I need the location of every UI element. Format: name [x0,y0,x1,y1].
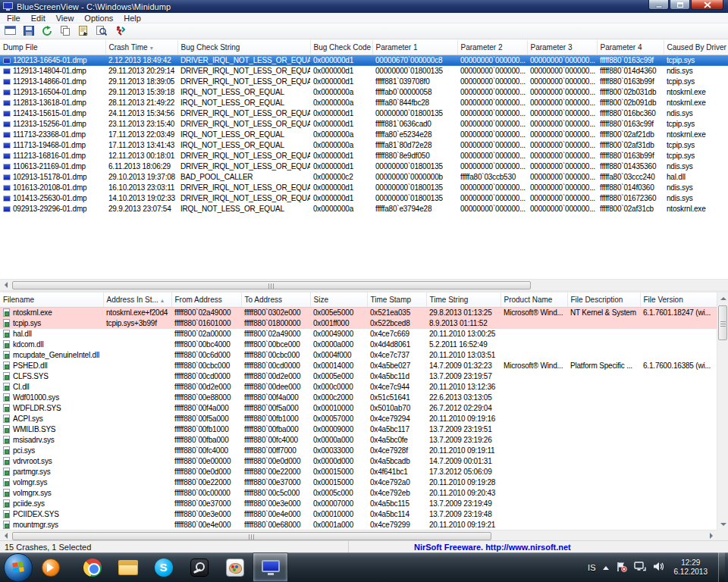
find-button[interactable] [93,24,109,39]
nirsoft-link[interactable]: NirSoft Freeware. http://www.nirsoft.net [414,543,571,552]
menu-item[interactable]: Help [118,14,146,23]
crash-dump-row[interactable]: 112313-15256-01.dmp 23.11.2013 23:15:40 … [0,119,728,130]
menu-item[interactable]: File [2,14,26,23]
show-desktop-button[interactable] [718,552,725,582]
driver-row[interactable]: tcpip.sys tcpip.sys+3b99f fffff880`01601… [0,318,717,329]
crash-dump-row[interactable]: 101413-25630-01.dmp 14.10.2013 19:02:33 … [0,193,728,204]
taskbar-item-steam[interactable] [181,552,217,582]
driver-row[interactable]: PCIIDEX.SYS fffff880`00e3e000 fffff880`0… [0,509,717,520]
crash-dump-row[interactable]: 120213-16645-01.dmp 2.12.2013 18:49:42 D… [0,55,728,66]
column-header[interactable]: Parameter 2 [457,40,527,55]
language-indicator[interactable]: IS [588,563,595,572]
column-header[interactable]: Bug Check String [177,40,310,55]
volume-icon[interactable] [653,562,664,573]
driver-row[interactable]: pciide.sys fffff880`00e37000 fffff880`00… [0,499,717,509]
crash-dump-row[interactable]: 112813-13618-01.dmp 28.11.2013 21:49:22 … [0,98,728,108]
taskbar-clock[interactable]: 12:29 6.12.2013 [670,559,712,577]
column-header[interactable]: Filename [0,293,103,307]
driver-table: FilenameAddress In St...▴From AddressTo … [0,293,717,530]
column-header[interactable]: Size [310,293,367,307]
scroll-up-arrow-icon[interactable] [717,293,728,304]
driver-row[interactable]: partmgr.sys fffff880`00e0d000 fffff880`0… [0,467,717,477]
driver-row[interactable]: msisadrv.sys fffff880`00fba000 fffff880`… [0,435,717,446]
crash-dump-row[interactable]: 111713-19468-01.dmp 17.11.2013 13:41:43 … [0,140,728,151]
driver-row[interactable]: PSHED.dll fffff880`00cbc000 fffff880`00c… [0,361,717,371]
driver-row[interactable]: volmgrx.sys fffff880`00c00000 fffff880`0… [0,488,717,499]
menu-item[interactable]: Edit [26,14,51,23]
column-header[interactable]: Product Name [500,293,567,307]
column-header[interactable]: Address In St...▴ [103,293,171,307]
column-header[interactable]: Bug Check Code [310,40,372,55]
driver-row[interactable]: mcupdate_GenuineIntel.dll fffff880`00c6d… [0,350,717,361]
crash-dump-row[interactable]: 112913-16504-01.dmp 29.11.2013 15:39:18 … [0,87,728,98]
driver-row[interactable]: ntoskrnl.exe ntoskrnl.exe+f20d4 fffff800… [0,307,717,318]
lower-vertical-scrollbar[interactable] [717,293,728,530]
driver-row[interactable]: WDFLDR.SYS fffff880`00f4a000 fffff880`00… [0,403,717,414]
driver-row[interactable]: pci.sys fffff880`00fc4000 fffff880`00ff7… [0,446,717,456]
minimize-button[interactable] [648,0,669,10]
close-button[interactable] [691,0,723,10]
lower-horizontal-scrollbar[interactable] [0,530,717,541]
upper-scroll-thumb[interactable] [12,281,531,289]
properties-button[interactable] [75,24,91,39]
column-header[interactable]: Crash Time▾ [105,40,177,55]
upper-horizontal-scrollbar[interactable] [0,279,728,290]
lower-scroll-thumb[interactable] [12,532,491,540]
column-header[interactable]: From Address [171,293,241,307]
column-header[interactable]: File Description [567,293,640,307]
column-header[interactable]: File Version [640,293,717,307]
save-button[interactable] [20,24,36,39]
driver-row[interactable]: kdcom.dll fffff800`00bc4000 fffff800`00b… [0,340,717,350]
menu-item[interactable]: View [51,14,80,23]
copy-button[interactable] [57,24,73,39]
driver-row[interactable]: WMILIB.SYS fffff880`00fb1000 fffff880`00… [0,424,717,435]
crash-dump-row[interactable]: 112413-15615-01.dmp 24.11.2013 15:34:56 … [0,108,728,119]
driver-row[interactable]: volmgr.sys fffff880`00e22000 fffff880`00… [0,477,717,488]
column-header[interactable]: Parameter 1 [372,40,457,55]
taskbar-item-explorer[interactable] [110,552,146,582]
crash-dump-row[interactable]: 110613-21169-01.dmp 6.11.2013 18:06:29 D… [0,161,728,172]
driver-row[interactable]: ACPI.sys fffff880`00f5a000 fffff880`00fb… [0,414,717,424]
crash-dump-row[interactable]: 092913-29296-01.dmp 29.9.2013 23:07:54 I… [0,204,728,214]
lower-vscroll-thumb[interactable] [718,305,727,340]
taskbar-item-bluescreenview[interactable] [253,552,288,582]
crash-dump-row[interactable]: 111213-16816-01.dmp 12.11.2013 00:18:01 … [0,151,728,161]
driver-row[interactable]: CLFS.SYS fffff880`00cd0000 fffff880`00d2… [0,371,717,382]
toolbar [0,23,728,39]
network-icon[interactable] [634,562,646,573]
action-center-flag-icon[interactable] [616,562,627,574]
crash-dump-row[interactable]: 112913-14866-01.dmp 29.11.2013 18:39:05 … [0,77,728,87]
advanced-options-button[interactable] [2,24,18,39]
start-button[interactable] [4,553,33,582]
paint-icon [226,559,244,577]
column-header[interactable]: Time Stamp [367,293,426,307]
driver-row[interactable]: Wdf01000.sys fffff880`00e88000 fffff880`… [0,393,717,403]
sort-arrow-icon: ▾ [150,45,153,52]
crash-dump-row[interactable]: 102913-15178-01.dmp 29.10.2013 19:37:08 … [0,172,728,183]
scroll-down-arrow-icon[interactable] [717,518,728,530]
driver-row[interactable]: mountmgr.sys fffff880`00e4e000 fffff880`… [0,520,717,530]
taskbar-item-skype[interactable] [146,552,181,582]
column-header[interactable]: Dump File [0,40,105,55]
driver-row[interactable]: vdrvroot.sys fffff880`00e00000 fffff880`… [0,456,717,467]
menu-item[interactable]: Options [79,14,118,23]
column-header[interactable]: Caused By Driver [664,40,728,55]
taskbar-item-chrome[interactable] [74,552,110,582]
taskbar-item-media-player[interactable] [33,552,68,582]
driver-file-icon [3,446,10,455]
crash-dump-row[interactable]: 112913-14804-01.dmp 29.11.2013 20:29:14 … [0,66,728,77]
crash-dump-row[interactable]: 111713-23368-01.dmp 17.11.2013 22:03:49 … [0,130,728,140]
exit-button[interactable] [111,24,127,39]
crash-dump-row[interactable]: 101613-20108-01.dmp 16.10.2013 23:03:11 … [0,183,728,193]
show-hidden-icons-button[interactable] [603,563,609,570]
taskbar-item-paint[interactable] [217,552,253,582]
column-header[interactable]: Time String [426,293,500,307]
column-header[interactable]: Parameter 3 [527,40,597,55]
driver-row[interactable]: CI.dll fffff880`00d2e000 fffff880`00dee0… [0,382,717,393]
column-header[interactable]: Parameter 4 [597,40,664,55]
column-header[interactable]: To Address [241,293,310,307]
maximize-button[interactable] [670,0,690,10]
refresh-button[interactable] [39,24,55,39]
driver-row[interactable]: hal.dll fffff800`02a00000 fffff800`02a49… [0,329,717,340]
scroll-left-arrow-icon[interactable] [0,280,11,291]
